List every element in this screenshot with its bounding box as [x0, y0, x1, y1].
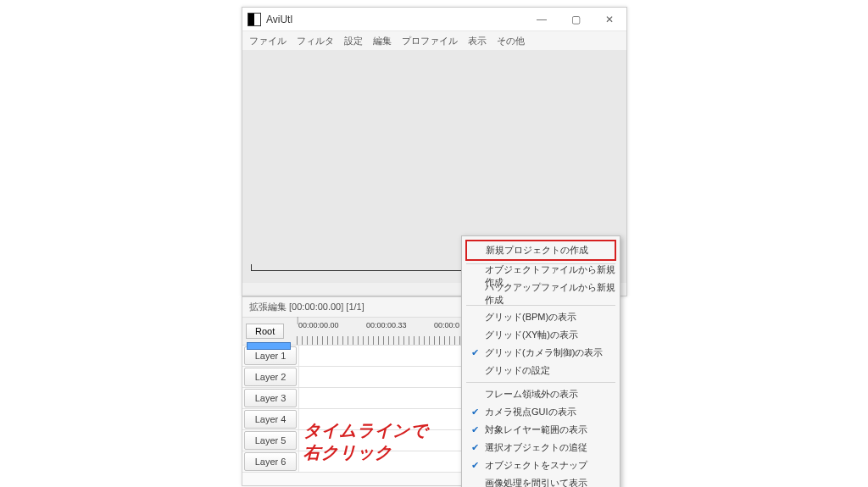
- ruler-ts-0: 00:00:00.00: [298, 321, 339, 329]
- ruler-ts-2: 00:00:0: [434, 321, 459, 329]
- check-icon: ✔: [469, 406, 481, 418]
- layer-label[interactable]: Layer 3: [244, 389, 297, 407]
- app-title: AviUtl: [266, 14, 525, 25]
- menu-other[interactable]: その他: [497, 35, 525, 47]
- root-button[interactable]: Root: [246, 324, 284, 339]
- context-menu-item[interactable]: グリッド(XY軸)の表示: [465, 326, 617, 344]
- menu-separator: [466, 382, 615, 383]
- context-menu-item[interactable]: ✔対象レイヤー範囲の表示: [465, 421, 617, 439]
- check-icon: ✔: [469, 459, 481, 471]
- layer-track[interactable]: [298, 388, 465, 408]
- time-ruler[interactable]: | 00:00:00.00 00:00:00.33 00:00:0: [297, 318, 465, 345]
- context-menu-item[interactable]: ✔カメラ視点GUIの表示: [465, 403, 617, 421]
- context-menu-label: 選択オブジェクトの追従: [485, 441, 587, 454]
- timeline-title: 拡張編集 [00:00:00.00] [1/1]: [242, 297, 465, 317]
- context-menu-label: グリッド(BPM)の表示: [485, 311, 576, 324]
- layer-row: Layer 4: [242, 409, 465, 430]
- context-menu-item[interactable]: バックアップファイルから新規作成: [465, 285, 617, 302]
- menu-view[interactable]: 表示: [468, 35, 487, 47]
- app-icon: [248, 13, 261, 26]
- layer-row: Layer 3: [242, 388, 465, 409]
- context-menu-label: カメラ視点GUIの表示: [485, 406, 576, 418]
- window-controls: — ▢ ✕: [525, 8, 626, 31]
- context-menu-label: 対象レイヤー範囲の表示: [485, 423, 587, 436]
- layer-row: Layer 5: [242, 430, 465, 451]
- timeline-header: Root | 00:00:00.00 00:00:00.33 00:00:0: [242, 317, 465, 346]
- layer-track[interactable]: [298, 367, 465, 387]
- check-icon: ✔: [469, 441, 481, 453]
- menubar: ファイル フィルタ 設定 編集 プロファイル 表示 その他: [242, 31, 626, 50]
- check-icon: ✔: [469, 346, 481, 358]
- layer-track[interactable]: [298, 451, 465, 472]
- context-menu-label: グリッド(カメラ制御)の表示: [485, 346, 603, 359]
- layer-label[interactable]: Layer 4: [244, 410, 297, 429]
- context-menu-item[interactable]: 新規プロジェクトの作成: [465, 240, 616, 261]
- context-menu-item[interactable]: 画像処理を間引いて表示: [465, 474, 617, 487]
- check-icon: ✔: [469, 423, 481, 435]
- context-menu-item[interactable]: ✔選択オブジェクトの追従: [465, 439, 617, 457]
- context-menu-item[interactable]: グリッド(BPM)の表示: [465, 308, 617, 326]
- layer-row: Layer 2: [242, 367, 465, 388]
- maximize-button[interactable]: ▢: [559, 8, 593, 31]
- ruler-ts-1: 00:00:00.33: [366, 321, 407, 329]
- timeline-bracket: [251, 264, 463, 271]
- titlebar[interactable]: AviUtl — ▢ ✕: [242, 8, 626, 31]
- menu-filter[interactable]: フィルタ: [297, 35, 334, 47]
- context-menu-item[interactable]: ✔オブジェクトをスナップ: [465, 457, 617, 474]
- context-menu-label: グリッドの設定: [485, 364, 550, 377]
- context-menu-item[interactable]: ✔グリッド(カメラ制御)の表示: [465, 344, 617, 362]
- layer-label[interactable]: Layer 2: [244, 368, 297, 386]
- context-menu-label: グリッド(XY軸)の表示: [485, 329, 578, 341]
- context-menu-label: フレーム領域外の表示: [485, 388, 578, 401]
- layer-label[interactable]: Layer 6: [244, 452, 297, 471]
- context-menu-label: オブジェクトをスナップ: [485, 459, 587, 472]
- context-menu-label: 新規プロジェクトの作成: [486, 244, 588, 257]
- context-menu-item[interactable]: フレーム領域外の表示: [465, 385, 617, 403]
- menu-edit[interactable]: 編集: [373, 35, 392, 47]
- timeline-window: 拡張編集 [00:00:00.00] [1/1] Root | 00:00:00…: [242, 296, 466, 486]
- context-menu-label: バックアップファイルから新規作成: [485, 281, 617, 307]
- menu-file[interactable]: ファイル: [249, 35, 287, 47]
- menu-profile[interactable]: プロファイル: [402, 35, 458, 47]
- layer-row: Layer 6: [242, 451, 465, 473]
- menu-settings[interactable]: 設定: [344, 35, 363, 47]
- context-menu: 新規プロジェクトの作成オブジェクトファイルから新規作成バックアップファイルから新…: [461, 235, 620, 487]
- minimize-button[interactable]: —: [525, 8, 559, 31]
- layer-list: Layer 1 Layer 2 Layer 3 Layer 4 Layer 5 …: [242, 346, 465, 473]
- context-menu-item[interactable]: グリッドの設定: [465, 362, 617, 379]
- context-menu-label: 画像処理を間引いて表示: [485, 477, 587, 487]
- close-button[interactable]: ✕: [593, 8, 626, 31]
- layer-track[interactable]: [298, 430, 465, 451]
- layer-track[interactable]: [298, 409, 465, 429]
- layer-label[interactable]: Layer 5: [244, 431, 297, 450]
- scale-bar[interactable]: [247, 342, 291, 350]
- layer-track[interactable]: [298, 346, 465, 366]
